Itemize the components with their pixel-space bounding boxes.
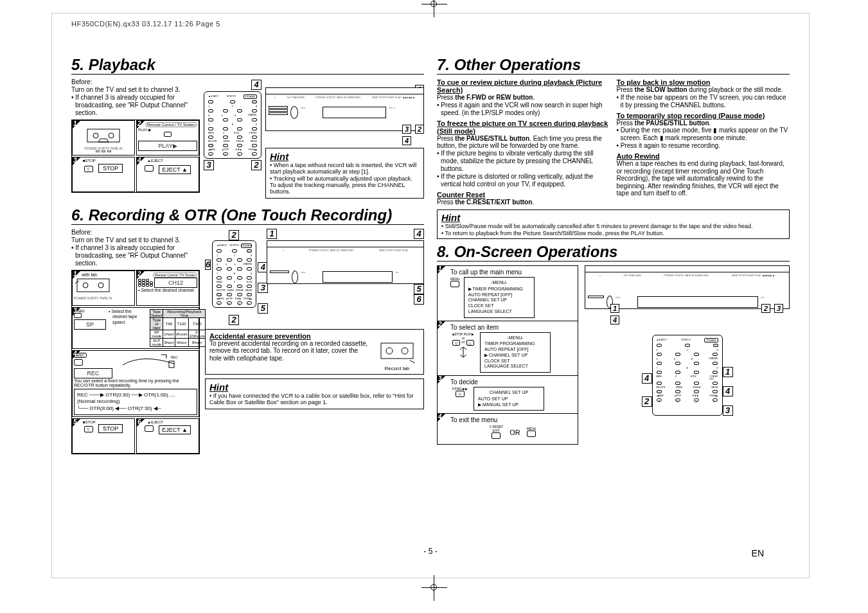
left-column: 5. Playback Before: Turn on the TV and s… [71,53,424,454]
svg-point-4 [83,283,88,288]
svg-point-10 [402,348,408,354]
crop-mark [430,1,437,7]
crop-mark [430,584,437,591]
section-6-title: 6. Recording & OTR (One Touch Recording) [71,206,424,225]
menu-screen: CHANNEL SET UP AUTO SET UP ▶ MANUAL SET … [474,387,544,411]
s8-step4: 4 To exit the menu C.RESETEXIT OR MENU [437,414,578,445]
s6-hint: Hint • If you have connected the VCR to … [205,378,424,409]
remote-icon: ▲EJECTVCR/TVPOWER 123 456CHANNEL 789 MEN… [652,335,723,416]
s8-steps: 1 To call up the main menu MENU -MENU- ▶… [437,265,578,445]
remote-icon: ▲EJECTVCR/TVPOWER 123 456CHANNEL 789 MEN… [204,91,261,159]
s8-step1: 1 To call up the main menu MENU -MENU- ▶… [437,265,578,321]
right-column: 7. Other Operations To cue or review pic… [437,53,790,454]
vcr-front-icon: ○POWER VCR/TV TAPE IN TIMER RECREW STOP … [267,240,424,284]
s5-step3: 3 ■STOP ▽ STOP [72,157,135,192]
svg-rect-3 [77,279,109,292]
section-8-title: 8. On-Screen Operations [437,243,790,262]
s6-step4: 4 ●REC REC REC [72,350,199,417]
s8-step2: 2 To select an item ■STOP PLAY▶ or ▽or△ … [437,321,578,377]
s5-remote: 4 ▲EJECTVCR/TVPOWER 123 456CHANNEL 789 M… [204,78,261,199]
page: HF350CD(EN).qx33 03.12.17 11:26 Page 5 5… [51,13,810,578]
s7-hint: Hint • Still/Slow/Pause mode will be aut… [437,209,790,239]
doc-header: HF350CD(EN).qx33 03.12.17 11:26 Page 5 [71,20,790,28]
s6-step1: 1 with tab POWER VCR/TV TAPE IN [72,271,135,306]
menu-screen: -MENU- ▶ TIMER PROGRAMMING AUTO REPEAT [… [464,277,535,318]
vcr-front-icon: ○CH TRACKINGPOWER VCR/TV TAPE IN TIMER R… [585,265,790,309]
vcr-front-icon: ○CH TRACKINGPOWER VCR/TV TAPE IN TIMER R… [265,87,424,131]
s6-remote: 2 6 ▲EJECTVCR/TVPOWER 123 456CHANNEL [205,229,263,325]
svg-text:REC: REC [171,355,178,359]
s6-before-note: • If channel 3 is already occupied for b… [71,244,200,267]
svg-point-9 [386,348,393,354]
page-number: - 5 - [423,547,437,556]
s6-step2: 2 Remote Control / TV Screen CH12 • [136,271,199,306]
svg-point-2 [109,133,114,138]
s5-step4: 4 ▲EJECT EJECT ▲ [136,157,199,192]
svg-rect-0 [87,129,120,142]
updown-arrow-icon [454,346,473,359]
menu-screen: -MENU- TIMER PROGRAMMING AUTO REPEAT [OF… [480,332,551,373]
s8-diagrams: ○CH TRACKINGPOWER VCR/TV TAPE IN TIMER R… [585,265,790,445]
tape-speed-table: Tape SpeedRecording/Playback Time Type o… [150,309,206,347]
svg-point-5 [98,283,103,288]
s6-step3: 3 SPEED SP • Select the desired tape spe… [72,307,199,349]
s5-vcr-col: 1 ○CH TRACKINGPOWER VCR/TV TAPE IN TIMER… [265,78,424,199]
accidental-erasure: Accidental erasure prevention To prevent… [205,329,424,375]
s5-hint-box: Hint • When a tape without record tab is… [265,148,424,199]
section-7-title: 7. Other Operations [437,56,790,75]
lang-label: EN [752,548,764,558]
cassette-icon [84,126,123,145]
remote-icon: ▲EJECTVCR/TVPOWER 123 456CHANNEL 789 MEN… [212,240,256,308]
cassette-icon [74,277,112,295]
s6-step5: 5 ■STOP ▽ STOP [72,418,135,454]
s8-step3: 3 To decide F.FWD ▶▶▷ CHANNEL SET UP AUT… [437,376,578,414]
cassette-tab-icon [378,340,416,363]
section-5-title: 5. Playback [71,56,424,75]
rec-led-icon: REC [116,352,181,369]
s6-before: Before: Turn on the TV and set it to cha… [71,229,200,244]
s5-before-note: • If channel 3 is already occupied for b… [71,94,200,117]
svg-point-1 [93,133,98,138]
s5-before: Before: Turn on the TV and set it to cha… [71,78,200,94]
s5-step2: 2 Remote Control / TV Screen PLAY ▶ PLAY… [136,120,199,155]
s5-step1: 1 POWER VCR/TV TAPE IN [72,120,135,155]
s6-step6: 6 ▲EJECT EJECT ▲ [136,418,199,454]
